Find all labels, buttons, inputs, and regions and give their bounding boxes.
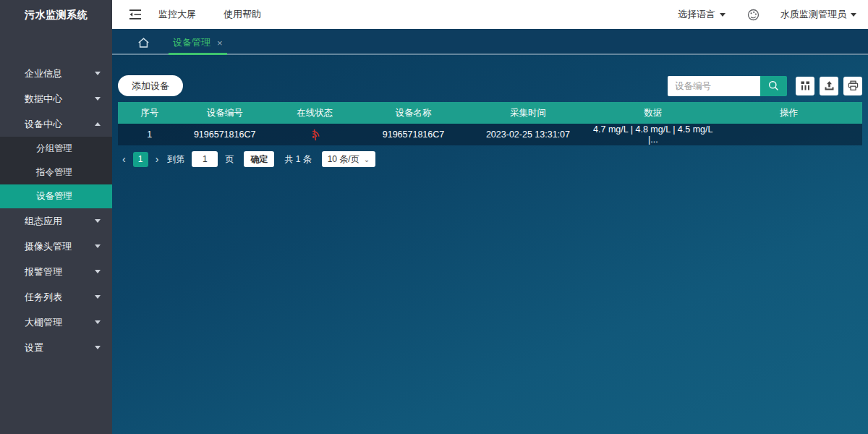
pagination: ‹ 1 › 到第 页 确定 共 1 条 10 条/页 ⌄ <box>118 151 862 167</box>
print-button[interactable] <box>843 77 862 95</box>
chevron-down-icon <box>95 219 101 223</box>
topbar-item-help[interactable]: 使用帮助 <box>224 8 261 21</box>
theme-palette-button[interactable] <box>746 7 760 22</box>
cell-actions <box>715 124 862 145</box>
sidebar-item-settings[interactable]: 设置 <box>0 335 112 360</box>
sidebar-item-configuration-app[interactable]: 组态应用 <box>0 208 112 234</box>
chevron-down-icon <box>95 97 101 101</box>
wifi-offline-icon <box>306 126 323 143</box>
cell-device-id: 9196571816C7 <box>181 124 268 145</box>
sidebar-menu: 企业信息 数据中心 设备中心 分组管理 指令管理 设备管理 <box>0 61 112 360</box>
cell-online-status <box>268 124 362 145</box>
tab-close-icon[interactable]: × <box>217 38 223 48</box>
device-table: 序号 设备编号 在线状态 设备名称 采集时间 数据 操作 1 919657181… <box>118 102 862 145</box>
page-size-label: 10 条/页 <box>328 153 359 166</box>
chevron-up-icon <box>95 122 101 126</box>
home-icon <box>137 37 150 48</box>
total-count-label: 共 1 条 <box>284 153 311 166</box>
search-button[interactable] <box>760 76 787 96</box>
search-icon <box>768 80 779 91</box>
column-settings-icon <box>800 80 811 91</box>
chevron-down-icon: ⌄ <box>364 156 370 163</box>
collapse-menu-icon <box>129 9 142 20</box>
cell-index: 1 <box>118 124 181 145</box>
search-group <box>668 76 787 96</box>
sidebar-item-camera-management[interactable]: 摄像头管理 <box>0 234 112 259</box>
toolbar-right <box>668 76 862 96</box>
col-header-data: 数据 <box>590 102 715 124</box>
sidebar-item-label: 企业信息 <box>25 67 62 80</box>
topbar: 监控大屏 使用帮助 选择语言 水质 <box>112 0 868 29</box>
export-icon <box>824 80 835 91</box>
username: 水质监测管理员 <box>780 8 846 21</box>
page-suffix-label: 页 <box>225 153 234 166</box>
export-button[interactable] <box>820 77 838 95</box>
sidebar-subitem-group-management[interactable]: 分组管理 <box>0 137 112 161</box>
sidebar-subitem-label: 分组管理 <box>36 142 72 155</box>
cell-device-name: 9196571816C7 <box>361 124 465 145</box>
prev-page-button[interactable]: ‹ <box>118 153 130 165</box>
palette-icon <box>747 9 760 21</box>
sidebar-item-label: 设备中心 <box>25 118 62 131</box>
col-header-index: 序号 <box>118 102 181 124</box>
topbar-right: 选择语言 水质监测管理员 <box>678 7 861 22</box>
chevron-down-icon <box>95 72 101 75</box>
column-settings-button[interactable] <box>796 77 814 95</box>
chevron-down-icon <box>95 320 101 324</box>
page-number-button[interactable]: 1 <box>133 152 148 167</box>
col-header-device-id: 设备编号 <box>181 102 268 124</box>
sidebar-item-label: 报警管理 <box>25 265 62 278</box>
table-row[interactable]: 1 9196571816C7 <box>118 124 862 145</box>
col-header-actions: 操作 <box>715 102 862 124</box>
col-header-collect-time: 采集时间 <box>466 102 591 124</box>
app-root: 污水监测系统 企业信息 数据中心 设备中心 分组管理 指令管理 <box>0 0 868 434</box>
sidebar-item-greenhouse-management[interactable]: 大棚管理 <box>0 310 112 335</box>
goto-page-input[interactable] <box>192 151 218 167</box>
search-input[interactable] <box>668 76 760 96</box>
cell-collect-time: 2023-02-25 13:31:07 <box>466 124 591 145</box>
sidebar-item-data-center[interactable]: 数据中心 <box>0 86 112 111</box>
sidebar-item-label: 设置 <box>25 341 43 354</box>
main-area: 监控大屏 使用帮助 选择语言 水质 <box>112 0 868 434</box>
app-title: 污水监测系统 <box>0 0 112 29</box>
tab-label: 设备管理 <box>173 36 210 49</box>
table-toolbar: 添加设备 <box>118 75 862 96</box>
home-tab-button[interactable] <box>134 30 153 55</box>
sidebar-item-label: 大棚管理 <box>25 316 62 329</box>
cell-data: 4.7 mg/L | 4.8 mg/L | 4.5 mg/L |... <box>590 124 715 145</box>
device-center-submenu: 分组管理 指令管理 设备管理 <box>0 137 112 208</box>
sidebar-item-label: 组态应用 <box>25 215 62 228</box>
page-size-select[interactable]: 10 条/页 ⌄ <box>322 151 375 167</box>
sidebar-subitem-device-management[interactable]: 设备管理 <box>0 184 112 208</box>
sidebar-item-alarm-management[interactable]: 报警管理 <box>0 259 112 284</box>
sidebar-item-task-list[interactable]: 任务列表 <box>0 284 112 310</box>
chevron-down-icon <box>95 346 101 349</box>
topbar-item-monitor-screen[interactable]: 监控大屏 <box>158 8 196 21</box>
chevron-down-icon <box>851 13 856 17</box>
sidebar-subitem-command-management[interactable]: 指令管理 <box>0 161 112 184</box>
sidebar-subitem-label: 指令管理 <box>36 166 72 179</box>
user-menu[interactable]: 水质监测管理员 <box>780 8 856 21</box>
next-page-button[interactable]: › <box>151 153 163 165</box>
table-header-row: 序号 设备编号 在线状态 设备名称 采集时间 数据 操作 <box>118 102 862 124</box>
chevron-down-icon <box>720 13 726 17</box>
col-header-device-name: 设备名称 <box>361 102 465 124</box>
chevron-down-icon <box>95 295 101 299</box>
language-select[interactable]: 选择语言 <box>678 8 726 21</box>
goto-confirm-button[interactable]: 确定 <box>244 151 274 167</box>
sidebar: 污水监测系统 企业信息 数据中心 设备中心 分组管理 指令管理 <box>0 0 112 434</box>
chevron-down-icon <box>95 244 101 248</box>
add-device-button[interactable]: 添加设备 <box>118 75 183 96</box>
language-select-label: 选择语言 <box>678 8 715 21</box>
goto-prefix-label: 到第 <box>167 153 184 166</box>
sidebar-collapse-button[interactable] <box>127 6 144 23</box>
chevron-down-icon <box>95 270 101 273</box>
tab-device-management[interactable]: 设备管理 × <box>169 30 227 55</box>
sidebar-item-device-center[interactable]: 设备中心 <box>0 111 112 137</box>
sidebar-item-enterprise-info[interactable]: 企业信息 <box>0 61 112 86</box>
tabbar: 设备管理 × <box>112 29 868 55</box>
sidebar-item-label: 数据中心 <box>25 93 62 106</box>
sidebar-item-label: 任务列表 <box>25 291 62 304</box>
sidebar-subitem-label: 设备管理 <box>36 190 72 203</box>
print-icon <box>848 80 859 91</box>
